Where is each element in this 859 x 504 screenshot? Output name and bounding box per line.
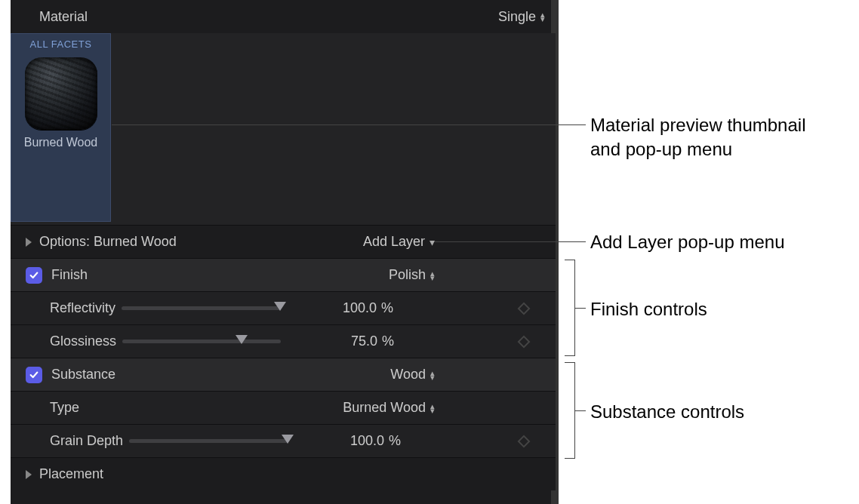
options-label: Options: Burned Wood <box>39 234 177 250</box>
keyframe-icon[interactable] <box>518 435 531 447</box>
material-mode-popup[interactable]: Single <box>498 9 545 25</box>
callout-substance: Substance controls <box>590 400 744 424</box>
material-thumbnail[interactable] <box>25 57 97 130</box>
bracket-icon <box>565 362 575 459</box>
placement-row: Placement <box>11 457 556 490</box>
updown-icon <box>430 404 435 413</box>
material-header: Material Single <box>11 0 556 33</box>
reflectivity-unit: % <box>377 300 399 316</box>
grain-depth-unit: % <box>384 433 407 449</box>
chevron-down-icon: ▾ <box>430 236 435 248</box>
type-popup[interactable]: Burned Wood <box>343 400 435 416</box>
substance-checkbox[interactable] <box>26 367 42 383</box>
reflectivity-value[interactable]: 100.0 <box>294 300 377 316</box>
facet-card[interactable]: ALL FACETS Burned Wood <box>11 33 111 222</box>
material-mode-value: Single <box>498 9 536 25</box>
finish-preset-popup[interactable]: Polish <box>389 267 435 283</box>
facet-tab: ALL FACETS <box>11 38 110 50</box>
disclosure-triangle-icon[interactable] <box>26 470 32 479</box>
reflectivity-label: Reflectivity <box>50 300 115 316</box>
substance-preset-value: Wood <box>390 367 426 383</box>
callout-leader <box>575 308 586 309</box>
substance-label: Substance <box>51 367 115 383</box>
keyframe-icon[interactable] <box>518 302 531 315</box>
substance-preset-popup[interactable]: Wood <box>390 367 435 383</box>
substance-section: Substance Wood <box>11 358 556 391</box>
finish-label: Finish <box>51 267 88 283</box>
updown-icon <box>430 271 435 280</box>
material-panel: Material Single ALL FACETS Burned Wood O… <box>11 0 559 504</box>
facet-name: Burned Wood <box>11 136 110 149</box>
grain-depth-label: Grain Depth <box>50 433 123 449</box>
placement-label: Placement <box>39 466 103 482</box>
callout-finish: Finish controls <box>590 297 707 321</box>
glossiness-slider[interactable] <box>122 340 281 343</box>
grain-depth-value[interactable]: 100.0 <box>301 433 384 449</box>
disclosure-triangle-icon[interactable] <box>26 238 32 247</box>
type-value: Burned Wood <box>343 400 426 416</box>
bracket-icon <box>565 260 575 356</box>
glossiness-row: Glossiness 75.0 % <box>11 324 556 358</box>
reflectivity-slider[interactable] <box>122 306 280 310</box>
grain-depth-slider[interactable] <box>129 439 288 443</box>
updown-icon <box>540 12 545 21</box>
callout-leader <box>435 241 586 242</box>
type-row: Type Burned Wood <box>11 391 556 424</box>
callout-preview: Material preview thumbnail and pop-up me… <box>590 113 805 162</box>
grain-depth-row: Grain Depth 100.0 % <box>11 424 556 457</box>
facets-area: ALL FACETS Burned Wood <box>11 33 556 225</box>
material-label: Material <box>39 9 88 25</box>
callout-leader <box>112 124 586 125</box>
reflectivity-row: Reflectivity 100.0 % <box>11 291 556 324</box>
updown-icon <box>430 370 435 380</box>
finish-preset-value: Polish <box>389 267 426 283</box>
glossiness-label: Glossiness <box>50 333 116 349</box>
glossiness-unit: % <box>377 333 400 349</box>
callout-add-layer: Add Layer pop-up menu <box>590 230 785 254</box>
add-layer-label: Add Layer <box>363 234 425 250</box>
keyframe-icon[interactable] <box>518 335 531 348</box>
type-label: Type <box>50 400 79 416</box>
add-layer-popup[interactable]: Add Layer ▾ <box>363 234 435 250</box>
finish-section: Finish Polish <box>11 258 556 291</box>
finish-checkbox[interactable] <box>26 267 42 284</box>
callout-leader <box>575 410 586 411</box>
glossiness-value[interactable]: 75.0 <box>294 333 377 349</box>
